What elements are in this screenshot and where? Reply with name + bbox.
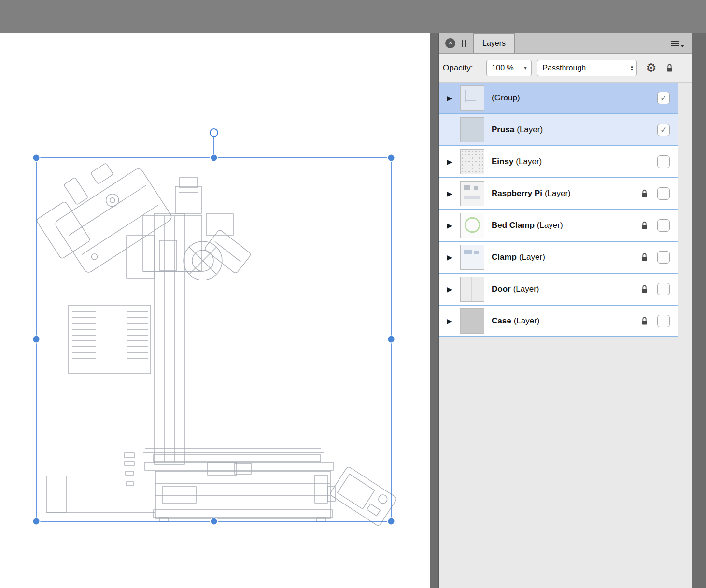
lock-icon[interactable] xyxy=(640,189,649,198)
layer-label: Einsy(Layer) xyxy=(492,157,657,167)
layer-label: Door(Layer) xyxy=(492,284,640,294)
pause-icon[interactable] xyxy=(462,40,466,47)
selection-handle-bottom-right[interactable] xyxy=(388,518,395,525)
visibility-checkbox[interactable]: ✓ xyxy=(657,283,670,295)
layer-list: ▶ (Group) ✓ ▶ Prusa(Layer) ✓ ▶ xyxy=(439,83,678,337)
layer-thumbnail[interactable] xyxy=(460,213,484,238)
visibility-checkbox[interactable]: ✓ xyxy=(657,124,670,136)
expand-arrow-icon[interactable]: ▶ xyxy=(447,317,452,325)
selection-handle-mid-right[interactable] xyxy=(388,336,395,343)
gear-icon[interactable]: ⚙ xyxy=(646,61,656,75)
selection-handle-top-right[interactable] xyxy=(388,154,395,162)
expand-arrow-icon[interactable]: ▶ xyxy=(447,253,452,261)
expand-arrow-icon[interactable]: ▶ xyxy=(447,94,452,102)
opacity-label: Opacity: xyxy=(443,63,473,73)
layer-thumbnail[interactable] xyxy=(460,181,484,206)
expand-arrow-icon[interactable]: ▶ xyxy=(447,222,452,229)
layer-label: Raspberry Pi(Layer) xyxy=(492,189,640,198)
blend-options-bar: Opacity: 100 % ▼ Passthrough ▲ ▼ ⚙ xyxy=(439,54,692,83)
chevron-down-icon: ▼ xyxy=(523,66,527,70)
visibility-checkbox[interactable]: ✓ xyxy=(657,187,670,200)
selection-handle-mid-left[interactable] xyxy=(33,336,40,343)
selection-handle-top-center[interactable] xyxy=(211,154,218,162)
layer-label: Case(Layer) xyxy=(492,316,640,326)
canvas[interactable] xyxy=(0,33,430,588)
visibility-checkbox[interactable]: ✓ xyxy=(657,219,670,232)
layer-thumbnail[interactable] xyxy=(460,308,484,334)
visibility-checkbox[interactable]: ✓ xyxy=(657,251,670,264)
stepper-icon: ▲ ▼ xyxy=(630,65,634,71)
layer-thumbnail[interactable] xyxy=(460,117,484,142)
layers-panel: ✕ Layers Opacity: 100 % ▼ Passthrough ▲ … xyxy=(438,33,692,588)
layer-row[interactable]: ▶ Prusa(Layer) ✓ xyxy=(439,114,678,146)
printer-drawing[interactable] xyxy=(28,145,397,527)
panel-tab-bar: ✕ Layers xyxy=(439,33,692,54)
blend-mode-dropdown[interactable]: Passthrough ▲ ▼ xyxy=(537,60,637,76)
expand-arrow-icon[interactable]: ▶ xyxy=(447,285,452,293)
selection-handle-bottom-center[interactable] xyxy=(211,518,218,525)
visibility-checkbox[interactable]: ✓ xyxy=(657,315,670,327)
tab-layers[interactable]: Layers xyxy=(473,33,515,53)
layer-row[interactable]: ▶ Bed Clamp(Layer) ✓ xyxy=(439,210,678,242)
layer-row[interactable]: ▶ Case(Layer) ✓ xyxy=(439,306,678,337)
selection-bounding-box[interactable] xyxy=(36,158,391,521)
opacity-dropdown[interactable]: 100 % ▼ xyxy=(486,60,532,76)
visibility-checkbox[interactable]: ✓ xyxy=(657,92,670,104)
selection-handle-bottom-left[interactable] xyxy=(33,518,40,525)
layer-row[interactable]: ▶ Raspberry Pi(Layer) ✓ xyxy=(439,178,678,210)
layer-row[interactable]: ▶ (Group) ✓ xyxy=(439,83,678,114)
selection-overlay xyxy=(33,129,395,525)
visibility-checkbox[interactable]: ✓ xyxy=(657,155,670,168)
rotation-handle[interactable] xyxy=(210,129,218,137)
toolbar-strip xyxy=(0,0,706,33)
close-panel-icon[interactable]: ✕ xyxy=(445,38,455,48)
expand-arrow-icon[interactable]: ▶ xyxy=(447,190,452,197)
app-window: ✕ Layers Opacity: 100 % ▼ Passthrough ▲ … xyxy=(0,0,706,588)
lock-icon[interactable] xyxy=(640,284,649,294)
expand-arrow-icon[interactable]: ▶ xyxy=(447,158,452,166)
layer-label: Prusa(Layer) xyxy=(492,125,657,135)
layer-thumbnail[interactable] xyxy=(460,149,484,174)
layer-row[interactable]: ▶ Door(Layer) ✓ xyxy=(439,274,678,306)
layer-row[interactable]: ▶ Einsy(Layer) ✓ xyxy=(439,146,678,178)
lock-icon[interactable] xyxy=(640,316,649,326)
layer-thumbnail[interactable] xyxy=(460,245,484,270)
panel-menu-icon[interactable] xyxy=(671,41,684,46)
layer-thumbnail[interactable] xyxy=(460,85,484,111)
layer-label: (Group) xyxy=(492,93,657,103)
lock-icon[interactable] xyxy=(640,221,649,230)
layer-label: Clamp(Layer) xyxy=(492,252,640,262)
layer-thumbnail[interactable] xyxy=(460,277,484,302)
lock-icon[interactable] xyxy=(640,252,649,262)
lock-icon[interactable] xyxy=(665,63,674,73)
layer-label: Bed Clamp(Layer) xyxy=(492,221,640,230)
selection-handle-top-left[interactable] xyxy=(33,154,40,162)
layer-row[interactable]: ▶ Clamp(Layer) ✓ xyxy=(439,242,678,274)
